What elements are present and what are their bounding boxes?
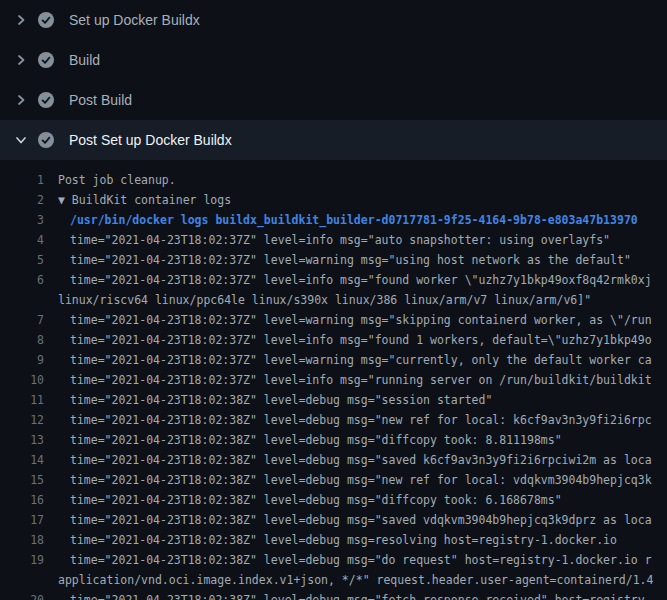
log-text: time="2021-04-23T18:02:38Z" level=debug … bbox=[70, 513, 652, 527]
log-area: 1Post job cleanup.2▼ BuildKit container … bbox=[0, 160, 667, 600]
chevron-right-icon bbox=[13, 52, 29, 68]
log-text: ▼ BuildKit container logs bbox=[58, 193, 231, 207]
line-number[interactable]: 7 bbox=[0, 310, 44, 330]
step-row-post-build[interactable]: Post Build bbox=[0, 80, 667, 120]
log-line-continuation: linux/riscv64 linux/ppc64le linux/s390x … bbox=[0, 290, 667, 310]
log-text: time="2021-04-23T18:02:38Z" level=debug … bbox=[70, 413, 652, 427]
log-group-line[interactable]: 2▼ BuildKit container logs bbox=[0, 190, 667, 210]
log-text: time="2021-04-23T18:02:37Z" level=info m… bbox=[70, 333, 652, 347]
line-number[interactable]: 19 bbox=[0, 550, 44, 570]
log-text: time="2021-04-23T18:02:38Z" level=debug … bbox=[70, 593, 652, 600]
log-line: 10time="2021-04-23T18:02:37Z" level=info… bbox=[0, 370, 667, 390]
line-number[interactable]: 8 bbox=[0, 330, 44, 350]
check-circle-icon bbox=[38, 12, 54, 28]
line-number[interactable]: 6 bbox=[0, 270, 44, 290]
chevron-down-icon bbox=[13, 132, 29, 148]
log-text: time="2021-04-23T18:02:37Z" level=warnin… bbox=[70, 313, 652, 327]
line-number[interactable]: 10 bbox=[0, 370, 44, 390]
line-number[interactable]: 14 bbox=[0, 450, 44, 470]
log-line: 5time="2021-04-23T18:02:37Z" level=warni… bbox=[0, 250, 667, 270]
log-text: time="2021-04-23T18:02:38Z" level=debug … bbox=[70, 473, 652, 487]
log-line: 13time="2021-04-23T18:02:38Z" level=debu… bbox=[0, 430, 667, 450]
step-row-build[interactable]: Build bbox=[0, 40, 667, 80]
line-number[interactable]: 16 bbox=[0, 490, 44, 510]
log-text: /usr/bin/docker logs buildx_buildkit_bui… bbox=[70, 213, 638, 227]
log-line: 6time="2021-04-23T18:02:37Z" level=info … bbox=[0, 270, 667, 290]
log-line: 8time="2021-04-23T18:02:37Z" level=info … bbox=[0, 330, 667, 350]
line-number[interactable]: 20 bbox=[0, 590, 44, 600]
log-text: time="2021-04-23T18:02:38Z" level=debug … bbox=[70, 393, 492, 407]
step-row-post-set-up-docker-buildx[interactable]: Post Set up Docker Buildx bbox=[0, 120, 667, 160]
log-text: Post job cleanup. bbox=[58, 173, 176, 187]
line-number[interactable]: 5 bbox=[0, 250, 44, 270]
log-line: 18time="2021-04-23T18:02:38Z" level=debu… bbox=[0, 530, 667, 550]
log-command-line: 3/usr/bin/docker logs buildx_buildkit_bu… bbox=[0, 210, 667, 230]
line-number[interactable]: 13 bbox=[0, 430, 44, 450]
log-line: 9time="2021-04-23T18:02:37Z" level=warni… bbox=[0, 350, 667, 370]
step-label: Build bbox=[69, 52, 100, 68]
log-line: 17time="2021-04-23T18:02:38Z" level=debu… bbox=[0, 510, 667, 530]
log-text: time="2021-04-23T18:02:38Z" level=debug … bbox=[70, 453, 652, 467]
check-circle-icon bbox=[38, 132, 54, 148]
log-line: 11time="2021-04-23T18:02:38Z" level=debu… bbox=[0, 390, 667, 410]
log-text: time="2021-04-23T18:02:37Z" level=info m… bbox=[70, 373, 652, 387]
step-label: Post Set up Docker Buildx bbox=[69, 132, 232, 148]
log-line: 19time="2021-04-23T18:02:38Z" level=debu… bbox=[0, 550, 667, 570]
log-text: time="2021-04-23T18:02:37Z" level=info m… bbox=[70, 273, 652, 287]
log-line: 4time="2021-04-23T18:02:37Z" level=info … bbox=[0, 230, 667, 250]
log-line-continuation: application/vnd.oci.image.index.v1+json,… bbox=[0, 570, 667, 590]
line-number[interactable]: 11 bbox=[0, 390, 44, 410]
line-number[interactable]: 3 bbox=[0, 210, 44, 230]
line-number[interactable]: 1 bbox=[0, 170, 44, 190]
line-number[interactable]: 18 bbox=[0, 530, 44, 550]
log-line: 7time="2021-04-23T18:02:37Z" level=warni… bbox=[0, 310, 667, 330]
log-line: 16time="2021-04-23T18:02:38Z" level=debu… bbox=[0, 490, 667, 510]
line-number[interactable]: 4 bbox=[0, 230, 44, 250]
log-text: time="2021-04-23T18:02:38Z" level=debug … bbox=[70, 493, 562, 507]
log-text: application/vnd.oci.image.index.v1+json,… bbox=[58, 573, 653, 587]
log-line: 14time="2021-04-23T18:02:38Z" level=debu… bbox=[0, 450, 667, 470]
check-circle-icon bbox=[38, 52, 54, 68]
line-number[interactable]: 17 bbox=[0, 510, 44, 530]
chevron-right-icon bbox=[13, 92, 29, 108]
log-line: 20time="2021-04-23T18:02:38Z" level=debu… bbox=[0, 590, 667, 600]
line-number[interactable]: 9 bbox=[0, 350, 44, 370]
log-line: 15time="2021-04-23T18:02:38Z" level=debu… bbox=[0, 470, 667, 490]
step-label: Post Build bbox=[69, 92, 132, 108]
group-expanded-triangle-icon: ▼ bbox=[58, 193, 72, 207]
line-number[interactable]: 12 bbox=[0, 410, 44, 430]
log-text: time="2021-04-23T18:02:37Z" level=warnin… bbox=[70, 253, 631, 267]
check-circle-icon bbox=[38, 92, 54, 108]
line-number[interactable]: 2 bbox=[0, 190, 44, 210]
log-text: time="2021-04-23T18:02:37Z" level=info m… bbox=[70, 233, 610, 247]
log-text: linux/riscv64 linux/ppc64le linux/s390x … bbox=[58, 293, 591, 307]
chevron-right-icon bbox=[13, 12, 29, 28]
step-label: Set up Docker Buildx bbox=[69, 12, 200, 28]
log-text: time="2021-04-23T18:02:38Z" level=debug … bbox=[70, 533, 617, 547]
log-text: time="2021-04-23T18:02:38Z" level=debug … bbox=[70, 433, 562, 447]
log-text: time="2021-04-23T18:02:37Z" level=warnin… bbox=[70, 353, 652, 367]
step-row-set-up-docker-buildx[interactable]: Set up Docker Buildx bbox=[0, 0, 667, 40]
log-line: 1Post job cleanup. bbox=[0, 170, 667, 190]
log-text: time="2021-04-23T18:02:38Z" level=debug … bbox=[70, 553, 652, 567]
log-line: 12time="2021-04-23T18:02:38Z" level=debu… bbox=[0, 410, 667, 430]
line-number[interactable]: 15 bbox=[0, 470, 44, 490]
